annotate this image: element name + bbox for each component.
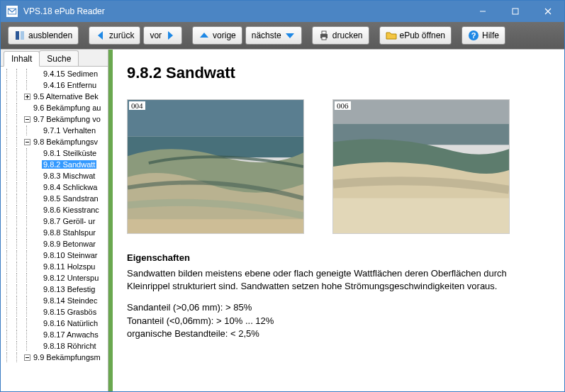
tree-container: 9.4.15 Sedimen9.4.16 Entfernu9.5 Alterna…: [1, 67, 108, 391]
open-epub-button[interactable]: ePub öffnen: [379, 26, 452, 45]
tree-item[interactable]: 9.8.12 Unterspu: [2, 272, 108, 284]
tree-item[interactable]: 9.8.5 Sandstran: [2, 193, 108, 204]
tree-item[interactable]: 9.8.1 Steilküste: [2, 147, 108, 159]
maximize-button[interactable]: [499, 1, 532, 22]
tree-item-label: 9.8.2 Sandwatt: [42, 160, 96, 169]
tree-item-label: 9.8.12 Unterspu: [42, 274, 100, 282]
titlebar: VPS.18 ePub Reader: [1, 1, 564, 22]
sidebar-tabs: Inhalt Suche: [1, 50, 108, 67]
svg-rect-7: [21, 31, 24, 40]
tree-item[interactable]: 9.8.6 Kiesstranc: [2, 204, 108, 215]
help-button[interactable]: ? Hilfe: [461, 26, 505, 45]
tree-expand-icon: [32, 216, 42, 226]
tree-expand-icon: [32, 159, 42, 169]
arrow-up-icon: [198, 30, 210, 41]
tree-expand-icon: [32, 194, 42, 203]
tree-item-label: 9.8.3 Mischwat: [42, 172, 96, 180]
toolbar: ausblenden zurück vor vorige nächste: [1, 22, 564, 49]
tree-expand-icon[interactable]: [22, 137, 32, 147]
aerial-wadden-image-1: [128, 100, 303, 233]
arrow-down-icon: [284, 30, 296, 41]
figure-1: 004: [127, 99, 304, 234]
tree-item[interactable]: 9.9 Bekämpfungsm: [2, 352, 108, 363]
printer-icon: [318, 30, 330, 41]
svg-rect-3: [513, 9, 518, 14]
tree[interactable]: 9.4.15 Sedimen9.4.16 Entfernu9.5 Alterna…: [1, 67, 108, 391]
svg-text:?: ?: [471, 31, 476, 40]
page-heading: 9.8.2 Sandwatt: [127, 64, 550, 82]
tree-expand-icon: [32, 284, 42, 294]
tree-expand-icon[interactable]: [22, 91, 32, 101]
tree-item-label: 9.4.15 Sedimen: [42, 69, 99, 78]
tree-item-label: 9.9 Bekämpfungsm: [32, 353, 102, 362]
tree-expand-icon: [32, 148, 42, 158]
tree-item[interactable]: 9.8.11 Holzspu: [2, 261, 108, 272]
svg-rect-6: [16, 31, 19, 40]
tree-item-label: 9.8.13 Befestig: [42, 285, 96, 293]
tree-item[interactable]: 9.4.16 Entfernu: [2, 79, 108, 91]
tree-item[interactable]: 9.8.10 Steinwar: [2, 250, 108, 261]
tree-expand-icon: [32, 205, 42, 215]
arrow-right-icon: [164, 30, 176, 41]
tree-item-label: 9.8.11 Holzspu: [42, 262, 96, 271]
hide-button[interactable]: ausblenden: [8, 26, 79, 45]
svg-rect-25: [333, 100, 509, 124]
tree-item[interactable]: 9.8.13 Befestig: [2, 284, 108, 295]
print-button[interactable]: drucken: [312, 26, 369, 45]
tree-item[interactable]: 9.8.16 Natürlich: [2, 318, 108, 329]
tree-item[interactable]: 9.8.4 Schlickwa: [2, 181, 108, 193]
tree-item-label: 9.8.10 Steinwar: [42, 251, 99, 259]
hide-icon: [14, 30, 26, 41]
tree-expand-icon[interactable]: [22, 114, 32, 124]
tree-item-label: 9.8.4 Schlickwa: [42, 183, 99, 191]
svg-rect-22: [128, 100, 303, 136]
figure-2-id: 006: [335, 101, 351, 110]
svg-rect-24: [128, 219, 303, 233]
tree-expand-icon[interactable]: [22, 352, 32, 362]
tree-item[interactable]: 9.8.14 Steindec: [2, 295, 108, 306]
arrow-left-icon: [95, 30, 106, 41]
app-icon: [6, 6, 18, 17]
window-title: VPS.18 ePub Reader: [23, 6, 466, 16]
next-button[interactable]: nächste: [245, 26, 302, 45]
tree-item-label: 9.8 Bekämpfungsv: [32, 138, 99, 146]
tree-item[interactable]: 9.5 Alternative Bek: [2, 91, 108, 102]
sidebar: Inhalt Suche 9.4.15 Sedimen9.4.16 Entfer…: [1, 50, 108, 391]
tree-item[interactable]: 9.7.1 Verhalten: [2, 125, 108, 136]
tree-item-label: 9.7.1 Verhalten: [42, 126, 97, 135]
tree-item-label: 9.6 Bekämpfung au: [32, 103, 102, 112]
subheading-properties: Eigenschaften: [127, 252, 550, 263]
tree-item-label: 9.8.15 Grasbös: [42, 308, 98, 316]
forward-button[interactable]: vor: [143, 26, 182, 45]
tree-item-label: 9.8.16 Natürlich: [42, 319, 99, 327]
tree-expand-icon: [32, 318, 42, 328]
back-button[interactable]: zurück: [89, 26, 140, 45]
tree-item[interactable]: 9.8.2 Sandwatt: [2, 159, 108, 170]
tree-item[interactable]: 9.8.9 Betonwar: [2, 238, 108, 250]
tree-item[interactable]: 9.8.7 Geröll- ur: [2, 215, 108, 227]
tree-expand-icon: [32, 262, 42, 271]
tree-item[interactable]: 9.8.8 Stahlspur: [2, 227, 108, 238]
tree-expand-icon: [32, 182, 42, 192]
tree-expand-icon: [32, 171, 42, 181]
tree-item[interactable]: 9.8.15 Grasbös: [2, 306, 108, 318]
tree-item-label: 9.8.8 Stahlspur: [42, 228, 97, 237]
tree-item[interactable]: 9.4.15 Sedimen: [2, 68, 108, 79]
content-pane[interactable]: 9.8.2 Sandwatt 004: [113, 50, 564, 391]
prev-button[interactable]: vorige: [192, 26, 242, 45]
tab-content[interactable]: Inhalt: [4, 51, 40, 67]
minimize-button[interactable]: [466, 1, 499, 22]
tree-item[interactable]: 9.7 Bekämpfung vo: [2, 113, 108, 125]
tree-item[interactable]: 9.8.18 Röhricht: [2, 340, 108, 352]
tree-item[interactable]: 9.8 Bekämpfungsv: [2, 136, 108, 147]
tree-expand-icon: [32, 307, 42, 317]
close-button[interactable]: [532, 1, 564, 22]
tree-item-label: 9.4.16 Entfernu: [42, 81, 98, 89]
tree-item-label: 9.8.5 Sandstran: [42, 194, 100, 203]
tree-item-label: 9.8.6 Kiesstranc: [42, 206, 101, 214]
tab-search[interactable]: Suche: [39, 50, 79, 66]
tree-item[interactable]: 9.6 Bekämpfung au: [2, 102, 108, 113]
svg-rect-27: [333, 198, 509, 233]
tree-item[interactable]: 9.8.3 Mischwat: [2, 170, 108, 181]
tree-item[interactable]: 9.8.17 Anwachs: [2, 329, 108, 340]
